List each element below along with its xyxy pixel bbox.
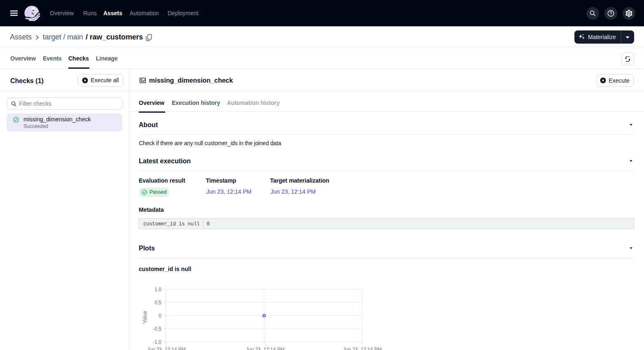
svg-text:0: 0: [159, 313, 161, 319]
svg-text:Jun 23, 12:14 PM: Jun 23, 12:14 PM: [343, 347, 382, 350]
svg-text:Jun 23, 12:14 PM: Jun 23, 12:14 PM: [246, 347, 285, 350]
svg-text:Value: Value: [142, 311, 148, 323]
svg-text:-1.0: -1.0: [153, 339, 161, 345]
svg-text:1.0: 1.0: [154, 287, 161, 292]
svg-text:0.5: 0.5: [154, 300, 161, 306]
svg-text:-0.5: -0.5: [153, 326, 161, 332]
svg-text:Jun 23, 12:14 PM: Jun 23, 12:14 PM: [147, 347, 186, 350]
